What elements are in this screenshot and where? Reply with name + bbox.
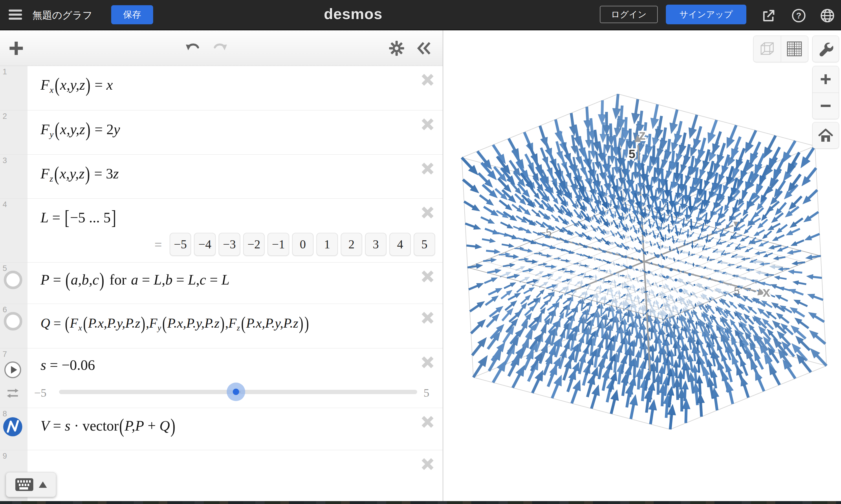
graph-settings-button[interactable] <box>387 39 406 57</box>
graph-settings-wrench-button[interactable] <box>812 36 839 62</box>
expression-math[interactable]: s = −0.06 <box>40 357 95 373</box>
grid-icon <box>786 41 803 57</box>
delete-expression-button[interactable] <box>420 117 435 132</box>
play-icon <box>3 361 22 379</box>
undo-button[interactable] <box>183 39 202 57</box>
row-gutter[interactable]: 1 <box>0 66 28 110</box>
list-value-chip: −2 <box>243 233 265 256</box>
view-mode-switcher <box>753 36 808 62</box>
close-icon <box>420 456 435 472</box>
expression-panel: 1 Fx(x,y,z) = x 2 Fy(x,y,z) = 2y 3 Fz(x,… <box>0 30 443 501</box>
expression-row-4[interactable]: 4 L = [−5 ... 5] = −5−4−3−2−1012345 <box>0 199 443 263</box>
vector-style-icon[interactable] <box>3 417 22 436</box>
view-3d-button[interactable] <box>754 36 781 62</box>
home-icon <box>818 128 834 143</box>
expression-math[interactable]: P = (a,b,c)fora = L,b = L,c = L <box>40 271 229 288</box>
delete-expression-button[interactable] <box>420 414 435 429</box>
row-number: 4 <box>3 200 7 209</box>
expression-list: 1 Fx(x,y,z) = x 2 Fy(x,y,z) = 2y 3 Fz(x,… <box>0 66 443 501</box>
expression-math[interactable]: V = s · vector(P,P + Q) <box>40 417 176 434</box>
row-number: 2 <box>3 112 7 121</box>
3d-graph-canvas[interactable] <box>444 30 841 501</box>
row-number: 5 <box>3 264 7 273</box>
slider-min-label[interactable]: −5 <box>34 386 47 400</box>
expression-row-5[interactable]: 5 P = (a,b,c)fora = L,b = L,c = L <box>0 263 443 304</box>
list-value-chip: 1 <box>316 233 338 256</box>
expression-row-3[interactable]: 3 Fz(x,y,z) = 3z <box>0 155 443 199</box>
delete-expression-button[interactable] <box>420 205 435 220</box>
row-gutter[interactable]: 4 <box>0 199 28 262</box>
list-value-chip: −1 <box>268 233 289 256</box>
collapse-panel-button[interactable] <box>415 39 434 57</box>
expression-math[interactable]: L = [−5 ... 5] <box>40 209 117 226</box>
close-icon <box>420 355 435 370</box>
close-icon <box>420 414 435 429</box>
svg-text:?: ? <box>796 11 801 20</box>
view-grid-button[interactable] <box>781 36 808 62</box>
hamburger-icon <box>9 10 22 12</box>
row-gutter[interactable]: 5 <box>0 263 28 304</box>
expression-row-8[interactable]: 8 V = s · vector(P,P + Q) <box>0 408 443 450</box>
play-slider-button[interactable] <box>3 361 22 379</box>
row-gutter[interactable]: 6 <box>0 304 28 348</box>
list-value-chip: 4 <box>389 233 411 256</box>
graph-pane <box>444 30 841 501</box>
slider-max-label[interactable]: 5 <box>424 386 429 400</box>
delete-expression-button[interactable] <box>420 310 435 325</box>
close-icon <box>420 310 435 325</box>
expression-row-2[interactable]: 2 Fy(x,y,z) = 2y <box>0 110 443 155</box>
expression-row-9[interactable]: 9 <box>0 450 443 501</box>
expression-math[interactable]: Fz(x,y,z) = 3z <box>40 165 119 184</box>
minus-icon <box>819 100 832 112</box>
list-value-chip: −3 <box>219 233 240 256</box>
help-button[interactable]: ? <box>791 8 806 23</box>
slider-track[interactable] <box>59 390 417 394</box>
save-button[interactable]: 保存 <box>111 5 153 24</box>
graph-title[interactable]: 無題のグラフ <box>32 9 92 22</box>
show-keyboard-button[interactable] <box>6 472 56 497</box>
slider-handle[interactable] <box>227 382 245 401</box>
expression-toolbar <box>0 30 443 66</box>
row-gutter[interactable]: 8 <box>0 408 28 450</box>
equals-sign: = <box>155 237 162 252</box>
expression-math[interactable]: Fx(x,y,z) = x <box>40 76 113 95</box>
language-button[interactable] <box>820 8 835 23</box>
row-gutter[interactable]: 2 <box>0 110 28 155</box>
delete-expression-button[interactable] <box>420 355 435 370</box>
delete-expression-button[interactable] <box>420 72 435 87</box>
list-value-chip: 3 <box>365 233 387 256</box>
list-result: = −5−4−3−2−1012345 <box>155 233 435 256</box>
row-gutter[interactable]: 3 <box>0 155 28 198</box>
delete-expression-button[interactable] <box>420 269 435 284</box>
expression-math[interactable]: Q = (Fx(P.x,P.y,P.z),Fy(P.x,P.y,P.z),Fz(… <box>40 316 309 332</box>
delete-expression-button[interactable] <box>420 161 435 176</box>
add-expression-button[interactable] <box>7 39 25 57</box>
row-number: 3 <box>3 156 7 165</box>
expression-row-7[interactable]: 7 s = −0.06 <box>0 348 443 408</box>
main-menu-button[interactable] <box>9 7 23 22</box>
arrow-up-icon <box>38 481 47 488</box>
zoom-out-button[interactable] <box>812 93 839 119</box>
point-style-toggle[interactable] <box>4 312 22 330</box>
desmos-logo: desmos <box>313 5 394 22</box>
zoom-in-button[interactable] <box>812 66 839 92</box>
undo-icon <box>185 42 200 55</box>
delete-expression-button[interactable] <box>420 456 435 472</box>
globe-icon <box>820 8 835 23</box>
list-value-chip: 2 <box>341 233 362 256</box>
plus-icon <box>8 40 24 57</box>
row-number: 1 <box>3 67 7 76</box>
share-button[interactable] <box>761 8 776 23</box>
expression-row-6[interactable]: 6 Q = (Fx(P.x,P.y,P.z),Fy(P.x,P.y,P.z),F… <box>0 304 443 348</box>
login-button[interactable]: ログイン <box>600 6 658 23</box>
expression-row-1[interactable]: 1 Fx(x,y,z) = x <box>0 66 443 110</box>
row-number: 7 <box>3 350 7 359</box>
point-style-toggle[interactable] <box>4 271 22 289</box>
signup-button[interactable]: サインアップ <box>666 5 746 24</box>
expression-math[interactable]: Fy(x,y,z) = 2y <box>40 121 120 139</box>
row-number: 6 <box>3 305 7 314</box>
default-view-button[interactable] <box>812 122 839 149</box>
close-icon <box>420 72 435 87</box>
redo-button[interactable] <box>211 39 230 57</box>
share-icon <box>761 8 776 23</box>
